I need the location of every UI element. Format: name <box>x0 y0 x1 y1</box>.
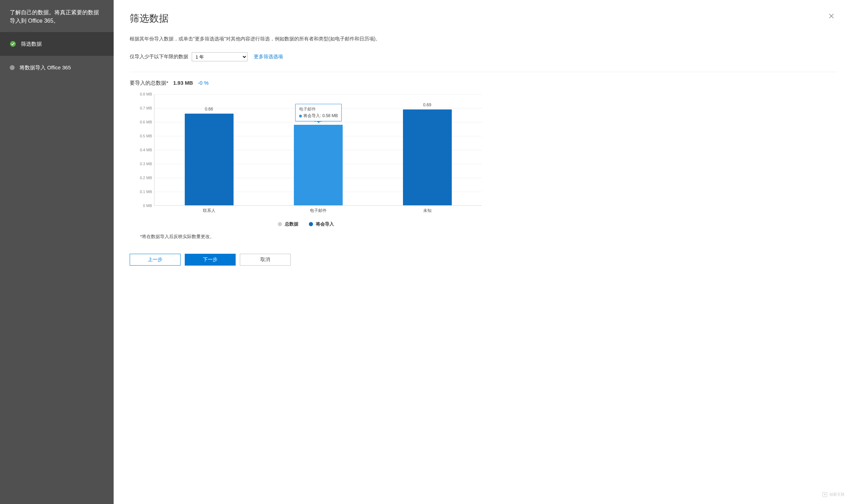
wizard-sidebar: 了解自己的数据。将真正紧要的数据导入到 Office 365。 筛选数据 将数据… <box>0 0 114 504</box>
watermark-text: 创新互联 <box>829 492 845 497</box>
more-filters-link[interactable]: 更多筛选选项 <box>254 54 283 60</box>
footnote: *将在数据导入后反映实际数量更改。 <box>140 234 837 240</box>
step-label: 筛选数据 <box>21 41 42 47</box>
watermark-icon: ✕ <box>822 492 827 497</box>
age-filter-label: 仅导入少于以下年限的数据 <box>130 54 188 60</box>
sidebar-header: 了解自己的数据。将真正紧要的数据导入到 Office 365。 <box>0 0 114 32</box>
filter-row: 仅导入少于以下年限的数据 1 年 更多筛选选项 <box>130 52 837 72</box>
page-description: 根据其年份导入数据，或单击"更多筛选选项"对其他内容进行筛选，例如数据的所有者和… <box>130 35 837 43</box>
cancel-button[interactable]: 取消 <box>240 254 291 266</box>
tooltip-category: 电子邮件 <box>299 106 338 112</box>
main-panel: 筛选数据 根据其年份导入数据，或单击"更多筛选选项"对其他内容进行筛选，例如数据… <box>114 0 853 504</box>
page-title: 筛选数据 <box>130 12 837 25</box>
pending-circle-icon <box>10 65 15 70</box>
chart-legend: 总数据 将会导入 <box>130 221 482 227</box>
x-axis-tick: 电子邮件 <box>264 208 373 214</box>
tooltip-value: 0.58 MB <box>322 113 338 118</box>
step-label: 将数据导入 Office 365 <box>20 64 71 71</box>
y-axis-tick: 0.5 MB <box>130 134 152 138</box>
legend-total: 总数据 <box>278 221 298 227</box>
legend-swatch-icon <box>278 222 282 226</box>
bar-value-label: 0.69 <box>403 102 452 107</box>
chart-bar[interactable]: 0.66 <box>185 114 234 205</box>
step-filter-data[interactable]: 筛选数据 <box>0 32 114 56</box>
tooltip-series: 将会导入 <box>303 113 320 118</box>
import-size-chart: 0 MB0.1 MB0.2 MB0.3 MB0.4 MB0.5 MB0.6 MB… <box>130 94 482 216</box>
chart-tooltip: 电子邮件 将会导入: 0.58 MB <box>295 104 342 121</box>
y-axis-tick: 0.4 MB <box>130 148 152 152</box>
y-axis-tick: 0.8 MB <box>130 92 152 96</box>
step-import-data[interactable]: 将数据导入 Office 365 <box>0 56 114 79</box>
legend-will-import-label: 将会导入 <box>316 221 334 227</box>
totals-delta: -0 % <box>198 80 209 86</box>
y-axis-tick: 0.7 MB <box>130 106 152 110</box>
back-button[interactable]: 上一步 <box>130 254 181 266</box>
y-axis-tick: 0.1 MB <box>130 190 152 194</box>
y-axis-tick: 0.6 MB <box>130 120 152 124</box>
legend-will-import: 将会导入 <box>309 221 334 227</box>
chart-bar[interactable]: 0.69 <box>403 109 452 205</box>
y-axis-tick: 0 MB <box>130 204 152 208</box>
bar-slot: 0.66联系人 <box>154 94 264 205</box>
step-list: 筛选数据 将数据导入 Office 365 <box>0 32 114 79</box>
next-button[interactable]: 下一步 <box>185 254 236 266</box>
tooltip-dot-icon <box>299 115 302 117</box>
totals-row: 要导入的总数据* 1.93 MB -0 % <box>130 80 837 86</box>
totals-value: 1.93 MB <box>173 80 193 86</box>
legend-total-label: 总数据 <box>285 221 298 227</box>
check-circle-icon <box>10 41 16 47</box>
button-row: 上一步 下一步 取消 <box>130 254 837 266</box>
totals-label: 要导入的总数据* <box>130 80 168 86</box>
close-icon <box>828 13 835 19</box>
y-axis-tick: 0.3 MB <box>130 162 152 166</box>
bar-slot: 0.69未知 <box>373 94 482 205</box>
chart-bar[interactable]: 0.58 <box>294 125 343 205</box>
x-axis-tick: 未知 <box>373 208 482 214</box>
bar-value-label: 0.66 <box>185 107 234 112</box>
close-button[interactable] <box>826 10 837 22</box>
x-axis-tick: 联系人 <box>154 208 264 214</box>
y-axis-tick: 0.2 MB <box>130 176 152 180</box>
watermark: ✕ 创新互联 <box>822 492 845 497</box>
age-select[interactable]: 1 年 <box>192 52 247 61</box>
legend-swatch-icon <box>309 222 313 226</box>
